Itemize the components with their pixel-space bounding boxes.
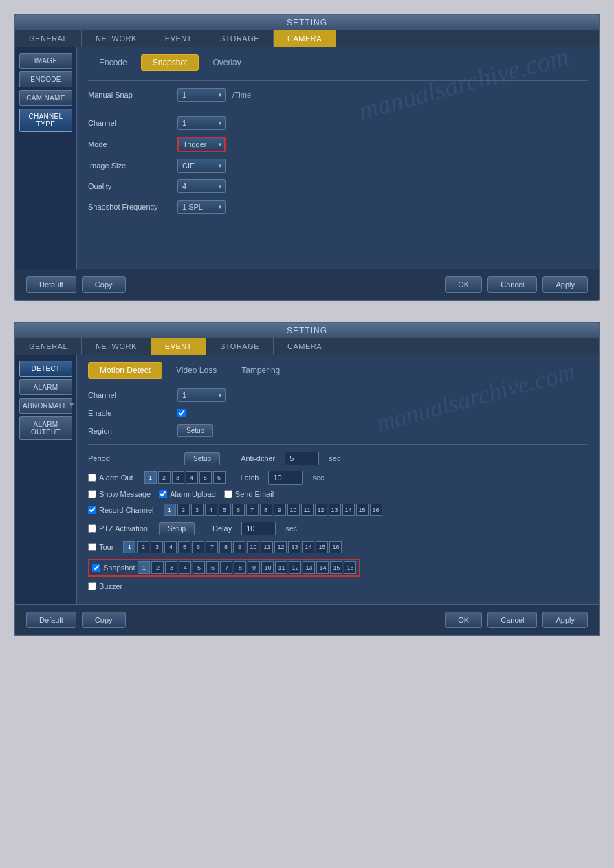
tab-camera[interactable]: CAMERA (274, 30, 336, 47)
sidebar-item-alarmoutput[interactable]: ALARM OUTPUT (19, 416, 72, 440)
image-size-select[interactable]: CIF (177, 159, 226, 173)
tab-network[interactable]: NETWORK (82, 30, 151, 47)
tab2-network[interactable]: NETWORK (82, 338, 151, 355)
mode-select[interactable]: Trigger (177, 137, 226, 152)
sch-11[interactable]: 11 (275, 561, 287, 574)
tab-storage[interactable]: STORAGE (206, 30, 274, 47)
manual-snap-select[interactable]: 1 (177, 88, 226, 102)
sch-12[interactable]: 12 (289, 561, 301, 574)
subtab2-videoloss[interactable]: Video Loss (165, 363, 228, 378)
tab2-event[interactable]: EVENT (151, 338, 206, 355)
enable-checkbox[interactable] (177, 409, 186, 417)
sch-15[interactable]: 15 (330, 561, 342, 574)
rch-10[interactable]: 10 (287, 504, 300, 516)
tch-4[interactable]: 4 (164, 541, 177, 553)
rch-16[interactable]: 16 (370, 504, 382, 516)
channel2-select[interactable]: 1 (177, 388, 226, 402)
tch-10[interactable]: 10 (247, 541, 259, 553)
tch-7[interactable]: 7 (206, 541, 218, 553)
record-channel-checkbox[interactable] (88, 506, 96, 514)
copy2-button[interactable]: Copy (82, 612, 126, 628)
sch-10[interactable]: 10 (261, 561, 274, 574)
snapshot-freq-select[interactable]: 1 SPL (177, 200, 226, 214)
channel-select[interactable]: 1 (177, 116, 226, 130)
default-button[interactable]: Default (26, 276, 76, 293)
tch-8[interactable]: 8 (219, 541, 232, 553)
ok-button[interactable]: OK (445, 276, 482, 293)
ch-box-6[interactable]: 6 (213, 471, 226, 484)
tch-12[interactable]: 12 (274, 541, 287, 553)
ch-box-2[interactable]: 2 (158, 471, 171, 484)
tab2-storage[interactable]: STORAGE (206, 338, 274, 355)
subtab2-motiondetect[interactable]: Motion Detect (88, 362, 162, 379)
sidebar-item-channeltype[interactable]: CHANNEL TYPE (19, 109, 72, 132)
sch-1[interactable]: 1 (138, 561, 150, 574)
sch-8[interactable]: 8 (234, 561, 246, 574)
sch-3[interactable]: 3 (165, 561, 177, 574)
tch-15[interactable]: 15 (316, 541, 328, 553)
sidebar-item-alarm[interactable]: ALARM (19, 379, 72, 395)
tch-3[interactable]: 3 (151, 541, 163, 553)
buzzer-checkbox[interactable] (88, 582, 96, 590)
rch-6[interactable]: 6 (232, 504, 245, 516)
sch-5[interactable]: 5 (193, 561, 205, 574)
sch-4[interactable]: 4 (179, 561, 191, 574)
snapshot-checkbox[interactable] (92, 564, 100, 572)
ch-box-4[interactable]: 4 (186, 471, 198, 484)
rch-15[interactable]: 15 (356, 504, 369, 516)
alarm-upload-checkbox[interactable] (159, 490, 167, 498)
sch-14[interactable]: 14 (316, 561, 329, 574)
ch-box-3[interactable]: 3 (172, 471, 184, 484)
send-email-checkbox[interactable] (224, 490, 232, 498)
rch-13[interactable]: 13 (329, 504, 341, 516)
apply2-button[interactable]: Apply (542, 612, 588, 628)
copy-button[interactable]: Copy (82, 276, 126, 293)
subtab2-tampering[interactable]: Tampering (230, 363, 291, 378)
rch-5[interactable]: 5 (219, 504, 231, 516)
tch-16[interactable]: 16 (329, 541, 342, 553)
cancel-button[interactable]: Cancel (487, 276, 537, 293)
apply-button[interactable]: Apply (542, 276, 588, 293)
rch-8[interactable]: 8 (260, 504, 272, 516)
sch-16[interactable]: 16 (344, 561, 356, 574)
ch-box-1[interactable]: 1 (144, 471, 157, 484)
subtab-snapshot[interactable]: Snapshot (141, 54, 199, 71)
rch-4[interactable]: 4 (205, 504, 217, 516)
tch-9[interactable]: 9 (233, 541, 245, 553)
rch-1[interactable]: 1 (164, 504, 176, 516)
sch-7[interactable]: 7 (220, 561, 232, 574)
rch-9[interactable]: 9 (274, 504, 286, 516)
sidebar-item-abnormality[interactable]: ABNORMALITY (19, 398, 72, 414)
rch-14[interactable]: 14 (342, 504, 355, 516)
tch-11[interactable]: 11 (261, 541, 273, 553)
tab-general[interactable]: GENERAL (15, 30, 82, 47)
sidebar-item-image[interactable]: IMAGE (19, 53, 72, 69)
sidebar-item-camname[interactable]: CAM NAME (19, 90, 72, 106)
tch-5[interactable]: 5 (178, 541, 190, 553)
subtab-encode[interactable]: Encode (88, 55, 138, 70)
ptz-checkbox[interactable] (88, 524, 96, 533)
show-message-checkbox[interactable] (88, 490, 96, 498)
ptz-setup-button[interactable]: Setup (159, 522, 195, 535)
sch-9[interactable]: 9 (248, 561, 260, 574)
rch-12[interactable]: 12 (315, 504, 327, 516)
rch-7[interactable]: 7 (246, 504, 259, 516)
sch-2[interactable]: 2 (151, 561, 164, 574)
sidebar-item-detect[interactable]: DETECT (19, 361, 72, 377)
sidebar-item-encode[interactable]: ENCODE (19, 71, 72, 87)
tab-event[interactable]: EVENT (151, 30, 206, 47)
delay-input[interactable] (241, 522, 276, 535)
period-setup-button[interactable]: Setup (184, 452, 220, 465)
tch-6[interactable]: 6 (192, 541, 204, 553)
default2-button[interactable]: Default (26, 612, 76, 628)
tab2-general[interactable]: GENERAL (15, 338, 82, 355)
rch-2[interactable]: 2 (177, 504, 190, 516)
tch-13[interactable]: 13 (288, 541, 300, 553)
anti-dither-input[interactable] (285, 452, 319, 465)
sch-6[interactable]: 6 (206, 561, 219, 574)
ch-box-5[interactable]: 5 (199, 471, 212, 484)
latch-input[interactable] (268, 471, 303, 485)
rch-11[interactable]: 11 (301, 504, 314, 516)
subtab-overlay[interactable]: Overlay (201, 55, 252, 70)
sch-13[interactable]: 13 (303, 561, 315, 574)
